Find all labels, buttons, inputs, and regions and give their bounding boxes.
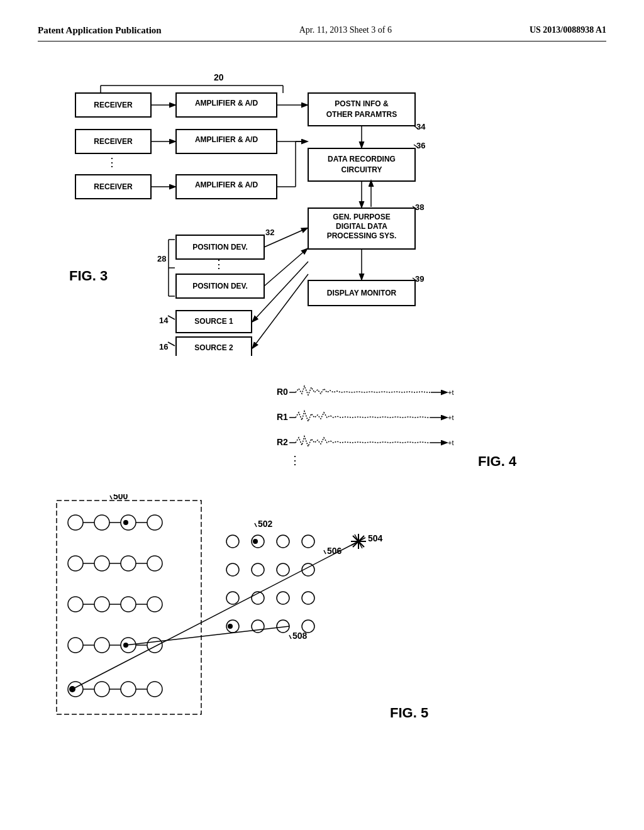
fig4-diagram: R0 +t R1 +t R2 +t ⋮ FIG. 4 <box>38 375 606 475</box>
svg-point-111 <box>147 597 162 612</box>
svg-text:SOURCE 2: SOURCE 2 <box>194 343 233 352</box>
svg-point-107 <box>94 597 109 612</box>
svg-text:POSITION DEV.: POSITION DEV. <box>192 282 248 290</box>
svg-text:GEN. PURPOSE: GEN. PURPOSE <box>333 213 390 221</box>
svg-text:AMPLIFIER & A/D: AMPLIFIER & A/D <box>195 135 258 144</box>
svg-text:504: 504 <box>368 533 383 543</box>
svg-text:DATA RECORDING: DATA RECORDING <box>328 155 396 163</box>
page-header: Patent Application Publication Apr. 11, … <box>38 25 606 42</box>
svg-line-55 <box>168 342 175 346</box>
svg-text:28: 28 <box>157 254 166 263</box>
svg-text:508: 508 <box>292 631 308 641</box>
svg-point-112 <box>68 638 83 653</box>
svg-text:38: 38 <box>415 202 424 212</box>
svg-text:+t: +t <box>448 389 453 396</box>
svg-point-136 <box>252 563 264 576</box>
svg-text:R1: R1 <box>277 412 288 422</box>
header-left: Patent Application Publication <box>38 25 162 36</box>
svg-line-89 <box>110 495 112 499</box>
svg-text:36: 36 <box>416 141 425 150</box>
svg-text:POSITION DEV.: POSITION DEV. <box>192 243 248 252</box>
svg-point-142 <box>302 592 314 604</box>
svg-text:⋮: ⋮ <box>213 258 225 270</box>
svg-text:34: 34 <box>416 122 426 131</box>
svg-text:PROCESSING SYS.: PROCESSING SYS. <box>327 231 397 240</box>
svg-point-130 <box>226 535 239 548</box>
svg-line-129 <box>255 523 257 527</box>
svg-point-127 <box>147 682 162 697</box>
svg-line-69 <box>264 249 307 286</box>
svg-point-125 <box>121 682 136 697</box>
svg-text:DISPLAY MONITOR: DISPLAY MONITOR <box>327 289 397 297</box>
svg-point-134 <box>302 535 314 548</box>
svg-text:FIG. 3: FIG. 3 <box>69 268 108 284</box>
svg-point-90 <box>68 515 83 530</box>
svg-point-105 <box>68 597 83 612</box>
svg-point-137 <box>277 563 289 576</box>
svg-point-100 <box>94 556 109 571</box>
svg-point-102 <box>121 556 136 571</box>
svg-text:R2: R2 <box>277 437 288 447</box>
page: Patent Application Publication Apr. 11, … <box>0 0 644 830</box>
svg-line-160 <box>289 635 291 639</box>
svg-rect-17 <box>308 93 415 126</box>
svg-text:FIG. 4: FIG. 4 <box>478 453 517 469</box>
svg-point-141 <box>277 592 289 604</box>
svg-point-123 <box>94 682 109 697</box>
svg-point-135 <box>226 563 239 576</box>
svg-line-53 <box>168 316 175 319</box>
fig5-diagram: 500 <box>38 494 606 739</box>
svg-point-109 <box>121 597 136 612</box>
svg-point-139 <box>226 592 239 604</box>
svg-text:OTHER PARAMTRS: OTHER PARAMTRS <box>326 110 397 119</box>
header-center: Apr. 11, 2013 Sheet 3 of 6 <box>299 25 392 35</box>
svg-point-95 <box>123 520 128 525</box>
svg-point-97 <box>147 515 162 530</box>
fig3-diagram: 20 RECEIVER RECEIVER ⋮ RECEIVER AMPLIFIE… <box>38 67 606 356</box>
svg-point-119 <box>147 638 162 653</box>
svg-text:⋮: ⋮ <box>289 454 301 467</box>
svg-point-98 <box>68 556 83 571</box>
svg-text:RECEIVER: RECEIVER <box>94 182 133 191</box>
svg-text:⋮: ⋮ <box>106 156 118 169</box>
svg-text:14: 14 <box>159 316 169 325</box>
svg-point-144 <box>228 624 233 629</box>
svg-text:500: 500 <box>113 494 128 501</box>
svg-text:RECEIVER: RECEIVER <box>94 101 133 109</box>
svg-text:RECEIVER: RECEIVER <box>94 137 133 146</box>
svg-text:POSTN INFO &: POSTN INFO & <box>335 99 389 108</box>
svg-text:39: 39 <box>415 274 424 284</box>
svg-text:AMPLIFIER & A/D: AMPLIFIER & A/D <box>195 99 258 108</box>
svg-point-114 <box>94 638 109 653</box>
svg-text:502: 502 <box>258 519 273 529</box>
svg-text:R0: R0 <box>277 387 288 397</box>
svg-point-104 <box>147 556 162 571</box>
svg-line-156 <box>324 550 326 554</box>
svg-point-133 <box>277 535 289 548</box>
svg-text:FIG. 5: FIG. 5 <box>390 705 428 721</box>
svg-point-132 <box>253 539 258 544</box>
header-right: US 2013/0088938 A1 <box>530 25 606 35</box>
svg-text:32: 32 <box>265 228 274 237</box>
svg-text:16: 16 <box>159 342 168 351</box>
svg-point-92 <box>94 515 109 530</box>
svg-text:506: 506 <box>327 546 342 556</box>
svg-text:AMPLIFIER & A/D: AMPLIFIER & A/D <box>195 180 258 189</box>
svg-text:CIRCUITRY: CIRCUITRY <box>341 165 382 174</box>
svg-text:+t: +t <box>448 439 453 446</box>
svg-rect-22 <box>308 148 415 181</box>
svg-text:+t: +t <box>448 414 453 421</box>
svg-text:DIGITAL DATA: DIGITAL DATA <box>336 222 387 231</box>
svg-text:20: 20 <box>214 72 224 82</box>
svg-text:SOURCE 1: SOURCE 1 <box>194 317 233 326</box>
svg-line-158 <box>126 626 289 645</box>
